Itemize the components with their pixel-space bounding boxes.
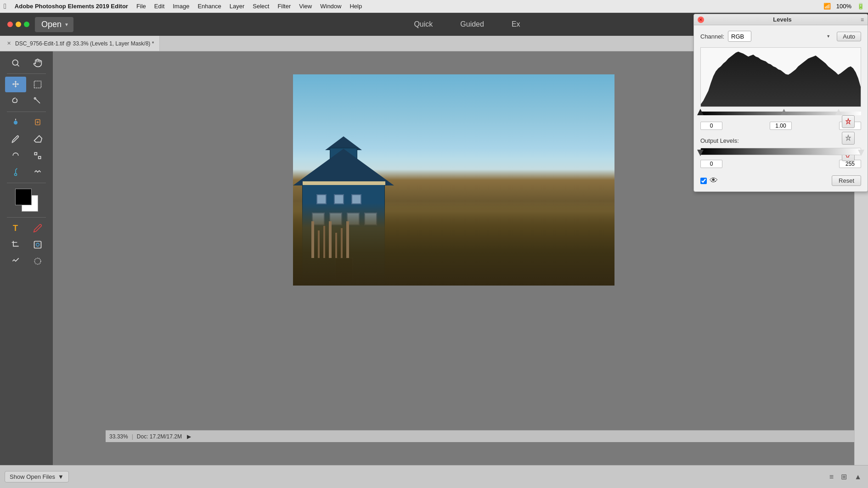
custom-shape-tool[interactable]	[27, 164, 48, 180]
show-open-files-button[interactable]: Show Open Files ▼	[5, 471, 69, 482]
levels-panel: ✕ Levels ≡ Channel: RGBRedGreenBlue Auto	[693, 14, 868, 192]
hand-tool[interactable]	[27, 55, 48, 71]
output-white-handle[interactable]	[858, 150, 864, 156]
menu-item-image[interactable]: Image	[169, 2, 193, 11]
panel-close-button[interactable]: ✕	[698, 17, 704, 23]
svg-rect-6	[15, 119, 16, 120]
magic-wand-tool[interactable]	[27, 93, 48, 109]
svg-point-15	[34, 258, 40, 264]
marquee-tool[interactable]	[27, 77, 48, 92]
svg-rect-11	[38, 157, 40, 159]
black-input-field[interactable]	[700, 122, 722, 130]
type-tool[interactable]: T	[5, 220, 26, 236]
menu-item-select[interactable]: Select	[249, 2, 273, 11]
left-toolbar: T	[0, 51, 53, 465]
enhance-tool[interactable]	[5, 115, 26, 130]
input-levels-slider[interactable]	[700, 109, 861, 118]
menu-item-window[interactable]: Window	[316, 2, 345, 11]
menu-item-file[interactable]: File	[133, 2, 150, 11]
status-arrow-btn[interactable]: ▶	[186, 433, 193, 440]
panel-controls-icon[interactable]: ≡	[861, 17, 864, 23]
battery-icon: 🔋	[857, 3, 864, 10]
eyedropper-tool[interactable]	[5, 164, 26, 180]
svg-point-12	[14, 174, 17, 176]
brush-tool[interactable]	[5, 131, 26, 147]
lasso-tool[interactable]	[5, 93, 26, 109]
recompose-tool[interactable]	[5, 253, 26, 269]
svg-line-1	[17, 65, 19, 67]
menu-item-edit[interactable]: Edit	[151, 2, 168, 11]
healing-tool[interactable]	[27, 115, 48, 130]
traffic-light-yellow[interactable]	[16, 22, 21, 27]
svg-point-4	[34, 98, 35, 99]
crop-tool[interactable]	[5, 237, 26, 252]
move-tool[interactable]	[5, 77, 26, 92]
output-label-row: Output Levels:	[700, 137, 861, 144]
mode-guided[interactable]: Guided	[460, 18, 484, 30]
eraser-tool[interactable]	[27, 131, 48, 147]
pencil-tool[interactable]	[27, 220, 48, 236]
cookie-cutter-tool[interactable]	[27, 237, 48, 252]
midpoint-handle[interactable]	[781, 109, 787, 115]
open-button[interactable]: Open ▼	[35, 17, 73, 32]
menu-bar:  Adobe Photoshop Elements 2019 Editor F…	[0, 0, 868, 13]
canvas-image	[293, 74, 614, 286]
status-bar: 33.33% | Doc: 17.2M/17.2M ▶	[106, 430, 854, 442]
zoom-tool[interactable]	[5, 55, 26, 71]
channel-row: Channel: RGBRedGreenBlue Auto	[700, 31, 861, 42]
histogram	[700, 47, 861, 107]
midpoint-input-field[interactable]	[770, 122, 792, 130]
panel-bottom-row: 👁 Reset	[700, 174, 861, 186]
input-values-row	[700, 122, 861, 130]
apple-logo[interactable]: 	[4, 2, 6, 11]
traffic-light-green[interactable]	[24, 22, 29, 27]
black-point-handle[interactable]	[697, 109, 704, 115]
output-levels-slider[interactable]	[700, 147, 861, 156]
show-open-files-dropdown-arrow: ▼	[58, 473, 64, 480]
output-black-handle[interactable]	[697, 150, 704, 156]
svg-point-14	[36, 243, 39, 247]
white-point-handle[interactable]	[835, 109, 842, 115]
menu-item-enhance[interactable]: Enhance	[194, 2, 225, 11]
channel-select[interactable]: RGBRedGreenBlue	[728, 31, 751, 42]
preview-checkbox[interactable]	[700, 178, 707, 184]
reset-button[interactable]: Reset	[832, 175, 861, 186]
open-dropdown-arrow: ▼	[64, 22, 69, 27]
menu-item-help[interactable]: Help	[346, 2, 366, 11]
tab-close-btn[interactable]: ✕	[6, 40, 12, 47]
menu-item-filter[interactable]: Filter	[274, 2, 294, 11]
svg-point-0	[12, 60, 18, 65]
svg-marker-16	[701, 52, 861, 107]
battery-indicator: 100%	[836, 3, 851, 10]
focus-tool[interactable]	[27, 148, 48, 163]
zoom-level: 33.33%	[109, 433, 128, 440]
panel-titlebar: ✕ Levels ≡	[694, 14, 868, 25]
bottom-list-view-btn[interactable]: ≡	[828, 472, 835, 482]
mode-expert[interactable]: Ex	[512, 18, 520, 30]
foreground-color-swatch[interactable]	[15, 189, 32, 205]
bottom-expand-btn[interactable]: ▲	[852, 472, 863, 482]
eye-icon[interactable]: 👁	[710, 176, 718, 185]
auto-button[interactable]: Auto	[837, 32, 861, 41]
menu-item-view[interactable]: View	[295, 2, 316, 11]
bottom-panel: Show Open Files ▼ ≡ ⊞ ▲	[0, 465, 868, 488]
doc-size: Doc: 17.2M/17.2M	[137, 433, 182, 440]
panel-title: Levels	[773, 16, 791, 23]
traffic-light-red[interactable]	[7, 22, 13, 27]
show-open-files-label: Show Open Files	[10, 473, 55, 480]
bottom-grid-view-btn[interactable]: ⊞	[839, 471, 849, 482]
file-tab[interactable]: ✕ DSC_9756-Edit-1.tif @ 33.3% (Levels 1,…	[0, 36, 160, 51]
selection-brush-tool[interactable]	[27, 253, 48, 269]
menu-item-layer[interactable]: Layer	[226, 2, 248, 11]
svg-point-5	[13, 121, 17, 124]
output-black-field[interactable]	[700, 160, 722, 168]
channel-label: Channel:	[700, 33, 724, 40]
output-levels-label: Output Levels:	[700, 137, 739, 144]
svg-rect-2	[34, 81, 41, 88]
mode-quick[interactable]: Quick	[414, 18, 433, 30]
menu-item-app[interactable]: Adobe Photoshop Elements 2019 Editor	[11, 2, 132, 11]
svg-rect-10	[34, 152, 37, 155]
gray-eyedropper-button[interactable]	[842, 132, 855, 145]
smudge-tool[interactable]	[5, 148, 26, 163]
color-swatches	[2, 186, 51, 214]
